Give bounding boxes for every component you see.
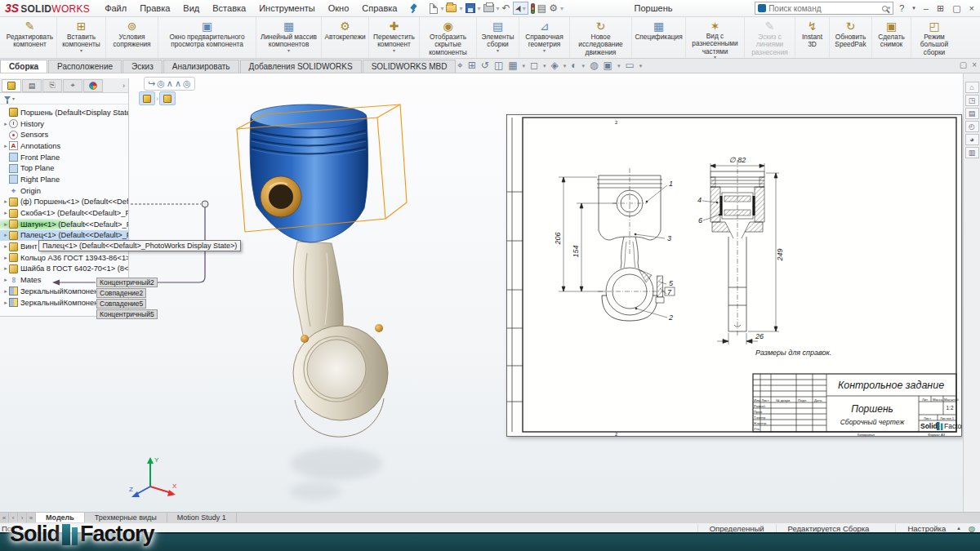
menu-view[interactable]: Вид (176, 1, 206, 16)
coincident-mate-icon[interactable]: ∧ (167, 78, 173, 89)
display-style-icon[interactable]: ◈ (551, 60, 559, 72)
print-icon[interactable] (483, 4, 494, 12)
edit-appearance-icon[interactable]: ◍ (590, 60, 598, 72)
search-input[interactable] (768, 4, 881, 13)
view-settings-icon[interactable]: ▭ (625, 60, 634, 72)
close-icon[interactable]: × (967, 3, 977, 13)
new-document-icon[interactable] (430, 3, 438, 14)
home-icon[interactable]: ⌂ (965, 82, 979, 93)
help-button[interactable]: ? (897, 3, 906, 13)
ribbon-move-component[interactable]: ✚Переместить компонент▾ (369, 17, 420, 58)
tree-item-root[interactable]: Поршень (Default<Display State-1>) (0, 107, 128, 118)
ribbon-show-hidden[interactable]: ◉Отобразить скрытые компоненты (420, 17, 477, 58)
tab-featuremanager[interactable] (2, 79, 21, 92)
tab-displaymanager[interactable] (83, 79, 103, 92)
tree-item-porshen[interactable]: ▸(ф) Поршень<1> (Default<<Default> (0, 197, 128, 208)
restore-icon[interactable]: ▢ (950, 3, 963, 14)
tree-item-top-plane[interactable]: Top Plane (0, 162, 128, 174)
first-tab-icon[interactable]: « (0, 513, 9, 522)
design-library-icon[interactable]: ▤ (965, 108, 979, 119)
concentric-mate-icon[interactable]: ◎ (157, 78, 165, 89)
piston-assembly-model[interactable] (196, 82, 482, 506)
tree-item-kolco[interactable]: ▸Кольцо А36 ГОСТ 13943-86<1> (в сб (0, 252, 128, 264)
tab-evaluate[interactable]: Анализировать (163, 60, 239, 73)
split-icon[interactable]: ⊞ (934, 3, 947, 14)
zoom-fit-icon[interactable]: ⌖ (457, 60, 463, 72)
mate-callout[interactable]: Совпадение5 (96, 299, 146, 309)
file-explorer-icon[interactable]: ◴ (965, 121, 979, 132)
status-custom[interactable]: Настройка (895, 524, 957, 533)
mate-callout[interactable]: Концентричный2 (96, 278, 158, 287)
appearances-icon[interactable]: ◕ (965, 134, 979, 145)
menu-insert[interactable]: Вставка (206, 1, 252, 16)
tree-filter[interactable]: ▾ (0, 93, 128, 104)
tab-mbd[interactable]: SOLIDWORKS MBD (363, 60, 457, 73)
more-tabs-icon[interactable]: › (122, 82, 128, 90)
ribbon-update-speedpak[interactable]: ↻Обновить SpeedPak (830, 17, 872, 58)
status-globe-icon[interactable]: ◍ (969, 524, 975, 533)
tree-item-front-plane[interactable]: Front Plane (0, 152, 128, 163)
options-gear-icon[interactable]: ⚙ (549, 3, 558, 13)
menu-file[interactable]: Файл (98, 1, 133, 16)
select-tool[interactable]: ➤▾ (513, 2, 528, 15)
tab-layout[interactable]: Расположение (48, 60, 122, 73)
custom-properties-icon[interactable]: ▥ (965, 147, 979, 158)
dynamic-annotation-icon[interactable]: ▦ (508, 60, 517, 72)
coincident-mate-icon[interactable]: ∧ (175, 78, 181, 89)
save-icon[interactable] (466, 3, 475, 13)
ribbon-mates[interactable]: ⊚Условия сопряжения (106, 17, 158, 58)
tree-item-origin[interactable]: Origin (0, 185, 128, 197)
tab-configurations[interactable]: ⎘ (42, 79, 62, 92)
ribbon-new-motion-study[interactable]: ↻Новое исследование движения (570, 17, 632, 58)
tree-item-right-plane[interactable]: Right Plane (0, 174, 128, 185)
graphics-area[interactable]: 2 2 206 154 ∅ 82 249 26 1 3 5 7 2 4 6 Ра… (0, 73, 980, 512)
menu-edit[interactable]: Правка (133, 1, 176, 16)
tab-sketch[interactable]: Эскиз (122, 60, 163, 73)
open-document-icon[interactable] (446, 4, 457, 12)
hide-show-items-icon[interactable]: ◐ (571, 60, 577, 72)
ribbon-linear-pattern[interactable]: ▦Линейный массив компонентов▾ (256, 17, 322, 58)
tree-item-skoba[interactable]: ▸Скоба<1> (Default<<Default>_Photo (0, 207, 128, 219)
exit-icon[interactable]: ↪ (148, 78, 155, 89)
apply-scene-icon[interactable]: ▣ (604, 60, 612, 72)
ribbon-smart-fasteners[interactable]: ⚙Автокрепежи (322, 17, 369, 58)
ribbon-take-snapshot[interactable]: ▣Сделать снимок (872, 17, 911, 58)
tree-item-shayba[interactable]: ▸Шайба 8 ГОСТ 6402-70<1> (8<Состо (0, 264, 128, 275)
minimize-icon[interactable]: – (921, 3, 931, 13)
ribbon-edit-component[interactable]: ✎Редактировать компонент (3, 17, 57, 58)
undo-icon[interactable]: ↶ (502, 3, 510, 13)
rebuild-icon[interactable] (531, 3, 535, 14)
ribbon-assembly-features[interactable]: ▤Элементы сборки▾ (477, 17, 519, 58)
file-properties-icon[interactable]: ▤ (537, 3, 546, 13)
menu-window[interactable]: Окно (322, 1, 356, 16)
mate-callout[interactable]: Концентричный5 (96, 309, 158, 319)
ribbon-component-preview[interactable]: ▣Окно предварительного просмотра компоне… (158, 17, 256, 58)
ribbon-instant3d[interactable]: ↯Instant 3D (795, 17, 830, 58)
pin-menubar-icon[interactable] (410, 4, 418, 12)
doc-close-icon[interactable]: × (972, 60, 977, 69)
ribbon-large-assembly-mode[interactable]: ◰Режим большой сборки (911, 17, 957, 58)
tab-addins[interactable]: Добавления SOLIDWORKS (240, 60, 362, 73)
tree-item-history[interactable]: ▸History (0, 118, 128, 130)
tab-dimxpert[interactable]: ⌖ (63, 79, 82, 92)
menu-help[interactable]: Справка (355, 1, 403, 16)
search-icon[interactable] (882, 6, 888, 11)
doc-restore-icon[interactable]: ▢ (960, 60, 967, 69)
tree-item-shatun[interactable]: ▸Шатун<1> (Default<<Default>_Photo (0, 219, 128, 230)
tree-item-sensors[interactable]: Sensors (0, 129, 128, 140)
tab-assembly[interactable]: Сборка (0, 60, 47, 73)
concentric-mate-icon[interactable]: ◎ (183, 78, 191, 89)
menu-tools[interactable]: Инструменты (252, 1, 322, 16)
breadcrumb-part[interactable] (159, 91, 176, 105)
tab-propertymanager[interactable]: ▤ (22, 79, 42, 92)
ribbon-exploded-view[interactable]: ✶Вид с разнесенными частями▾ (686, 17, 745, 58)
mate-callout[interactable]: Совпадение2 (96, 288, 146, 298)
drawing-sheet[interactable]: 2 2 206 154 ∅ 82 249 26 1 3 5 7 2 4 6 Ра… (506, 114, 962, 437)
section-view-icon[interactable]: ◫ (494, 60, 503, 72)
view-orientation-icon[interactable]: ◻ (530, 60, 538, 72)
tree-item-annotations[interactable]: ▸Annotations (0, 140, 128, 152)
tab-motion-study[interactable]: Motion Study 1 (167, 513, 237, 522)
previous-view-icon[interactable]: ↺ (481, 60, 489, 72)
ribbon-insert-components[interactable]: ⊞Вставить компоненты▾ (57, 17, 106, 58)
ribbon-reference-geometry[interactable]: ⊿Справочная геометрия▾ (519, 17, 570, 58)
